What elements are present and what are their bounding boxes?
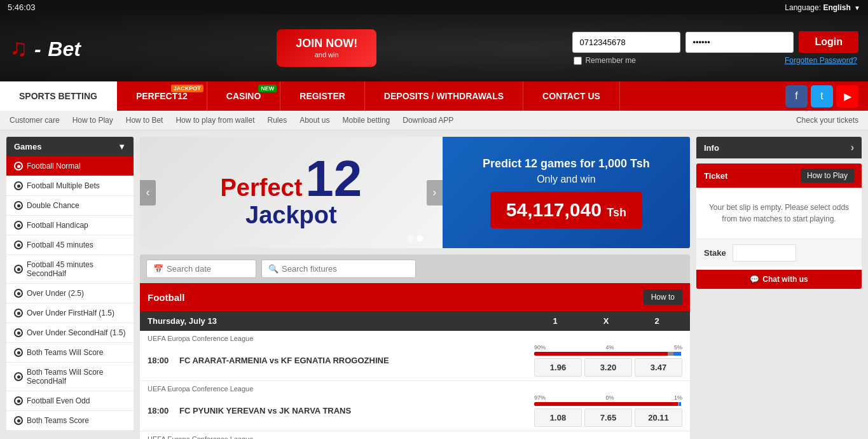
youtube-icon[interactable]: ▶ (836, 85, 858, 108)
sidebar-item-football-even-odd[interactable]: Football Even Odd (6, 391, 134, 411)
nav-sports-betting[interactable]: SPORTS BETTING (0, 81, 117, 111)
banner-text: Perfect 12 Jackpot (220, 156, 362, 229)
odd-2-button[interactable]: 20.11 (635, 408, 682, 427)
circle-dot-icon (14, 181, 23, 190)
table-row: UEFA Europa Conference League 18:00 FC P… (140, 381, 690, 431)
table-row: UEFA Europa Conference League 18:00 FC A… (140, 331, 690, 381)
sidebar-label: Football 45 minutes (27, 240, 93, 249)
banner-dot-1[interactable] (407, 235, 413, 242)
password-input[interactable] (685, 32, 794, 53)
odd-1-button[interactable]: 1.08 (534, 408, 582, 427)
nav-contact[interactable]: CONTACT US (523, 81, 620, 111)
language-value: English (823, 3, 850, 12)
sidebar-label: Over Under SecondHalf (1.5) (27, 328, 125, 337)
remember-checkbox[interactable] (574, 57, 582, 65)
sidebar-item-both-teams-score-alt[interactable]: Both Teams Score (6, 411, 134, 431)
sidebar-item-football-multiple[interactable]: Football Multiple Bets (6, 176, 134, 196)
bar-seg3 (673, 352, 681, 356)
login-area: Login Remember me Forgotten Password? (572, 31, 858, 65)
right-panel: Info › Ticket How to Play Your bet slip … (696, 137, 862, 439)
date-field[interactable] (167, 264, 249, 274)
remember-me-row: Remember me (574, 56, 635, 65)
subnav-mobile[interactable]: Mobile betting (343, 116, 390, 125)
bar-labels: 90% 4% 5% (534, 344, 682, 351)
clock: 5:46:03 (8, 3, 35, 12)
sidebar-label: Both Teams Will Score SecondHalf (27, 368, 126, 386)
banner-next-button[interactable]: › (427, 180, 443, 206)
odd-x-button[interactable]: 3.20 (584, 358, 632, 377)
banner-amount-value: 54,117,040 (506, 199, 602, 220)
stake-input[interactable] (733, 244, 796, 261)
sidebar-item-football-normal[interactable]: Football Normal (6, 157, 134, 176)
subnav-check-tickets[interactable]: Check your tickets (796, 116, 858, 125)
odds-bar-wrapper: 90% 4% 5% 1.96 3.20 (534, 344, 682, 377)
sidebar-label: Football Normal (27, 162, 81, 171)
bar-seg1 (534, 402, 678, 406)
sidebar-item-football-45[interactable]: Football 45 minutes (6, 235, 134, 255)
forgot-password-link[interactable]: Forgotten Password? (785, 56, 857, 65)
sidebar-item-over-under-firsthalf[interactable]: Over Under FirstHalf (1.5) (6, 303, 134, 323)
odds-bar-wrapper: 97% 0% 1% 1.08 7.65 (534, 394, 682, 427)
match-name: FC PYUNIK YEREVAN vs JK NARVA TRANS (179, 406, 528, 415)
circle-dot-icon (14, 221, 23, 230)
sidebar-item-over-under-25[interactable]: Over Under (2.5) (6, 284, 134, 303)
match-date: Thursday, July 13 (148, 316, 217, 326)
language-selector[interactable]: Language: English ▼ (785, 3, 860, 12)
circle-dot-icon (14, 240, 23, 249)
username-input[interactable] (572, 32, 680, 53)
join-now-button[interactable]: JOIN NOW! and win (277, 29, 376, 67)
nav-register[interactable]: REGISTER (280, 81, 365, 111)
odd-x-button[interactable]: 7.65 (584, 408, 632, 427)
circle-dot-icon (14, 416, 23, 425)
banner-predict-text: Predict 12 games for 1,000 Tsh (483, 157, 650, 171)
banner: ‹ Perfect 12 Jackpot › Predict 12 games … (140, 137, 690, 248)
odds-bar (534, 402, 682, 406)
subnav-how-to-play[interactable]: How to Play (72, 116, 113, 125)
bet-slip-text: Your bet slip is empty. Please select od… (706, 202, 852, 225)
facebook-icon[interactable]: f (785, 85, 808, 108)
sidebar-item-over-under-secondhalf[interactable]: Over Under SecondHalf (1.5) (6, 323, 134, 343)
search-fixtures-input[interactable]: 🔍 (261, 260, 416, 278)
subnav-customer-care[interactable]: Customer care (10, 116, 60, 125)
sidebar-item-double-chance[interactable]: Double Chance (6, 196, 134, 216)
sidebar-label: Over Under (2.5) (27, 289, 84, 298)
match-league: UEFA Europa Conference League (148, 385, 682, 393)
fixtures-field[interactable] (282, 264, 409, 274)
sidebar: Games ▼ Football Normal Football Multipl… (6, 137, 134, 439)
main-content: Games ▼ Football Normal Football Multipl… (0, 130, 868, 439)
sidebar-item-both-teams-score[interactable]: Both Teams Will Score (6, 343, 134, 363)
odd-2-button[interactable]: 3.47 (635, 358, 682, 377)
main-nav: SPORTS BETTING PERFECT12 JACKPOT CASINO … (0, 81, 868, 111)
subnav-rules[interactable]: Rules (267, 116, 287, 125)
login-button[interactable]: Login (799, 31, 858, 53)
ticket-label: Ticket (704, 171, 727, 181)
sidebar-item-both-teams-secondhalf[interactable]: Both Teams Will Score SecondHalf (6, 363, 134, 391)
how-to-button[interactable]: How to (644, 289, 682, 305)
subnav-about[interactable]: About us (300, 116, 329, 125)
banner-prev-button[interactable]: ‹ (140, 180, 156, 206)
nav-perfect12[interactable]: PERFECT12 JACKPOT (117, 81, 207, 111)
search-date-input[interactable]: 📅 (146, 260, 256, 278)
banner-dot-2[interactable] (417, 235, 423, 242)
sidebar-item-football-45-second[interactable]: Football 45 minutes SecondHalf (6, 255, 134, 284)
odd-1-button[interactable]: 1.96 (534, 358, 582, 377)
sidebar-label: Both Teams Score (27, 416, 89, 425)
info-label: Info (704, 143, 719, 153)
subnav-wallet[interactable]: How to play from wallet (176, 116, 254, 125)
header: ♫ - Bet JOIN NOW! and win Login Remember… (0, 15, 868, 81)
how-to-play-button[interactable]: How to Play (801, 169, 854, 183)
twitter-icon[interactable]: t (811, 85, 833, 108)
nav-deposits[interactable]: DEPOSITS / WITHDRAWALS (365, 81, 523, 111)
sidebar-label: Football Multiple Bets (27, 181, 100, 190)
chat-button[interactable]: 💬 Chat with us (696, 270, 862, 289)
search-bar: 📅 🔍 (140, 254, 690, 283)
sidebar-item-football-handicap[interactable]: Football Handicap (6, 216, 134, 235)
match-name: FC ARARAT-ARMENIA vs KF EGNATIA RROGOZHI… (179, 356, 528, 365)
sidebar-label: Double Chance (27, 201, 79, 210)
logo-bet: Bet (48, 38, 81, 60)
nav-casino[interactable]: CASINO NEW (207, 81, 280, 111)
bar-seg3 (679, 402, 680, 406)
subnav-download[interactable]: Download APP (403, 116, 453, 125)
odds-container: 90% 4% 5% 1.96 3.20 (534, 344, 682, 377)
subnav-how-to-bet[interactable]: How to Bet (126, 116, 163, 125)
